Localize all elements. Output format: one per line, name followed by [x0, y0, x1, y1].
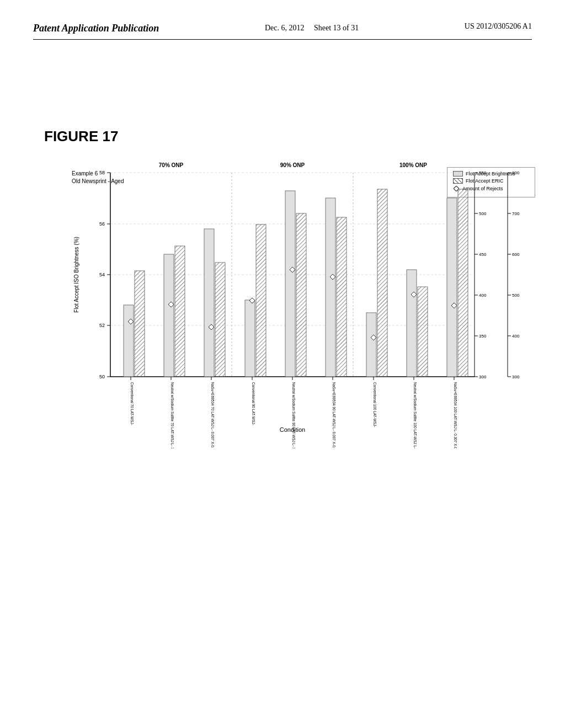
svg-text:Neutral w/Sodium Sulfite 100 L: Neutral w/Sodium Sulfite 100 LAT-WSJ L- … — [413, 382, 417, 448]
figure-title: FIGURE 17 — [44, 128, 532, 145]
svg-text:400: 400 — [479, 293, 487, 298]
svg-text:550: 550 — [479, 170, 487, 175]
svg-text:58: 58 — [99, 170, 105, 175]
bar-g2-eric — [175, 246, 185, 377]
svg-text:NaSu+E69534 100 LAT-WSJ L- 0.3: NaSu+E69534 100 LAT-WSJ L- 0.307 X-0.013 — [454, 382, 457, 448]
svg-text:400: 400 — [512, 334, 520, 339]
svg-text:300: 300 — [479, 374, 487, 379]
svg-text:600: 600 — [512, 252, 520, 257]
bar-g2-brightness — [164, 254, 174, 377]
header-date-sheet: Dec. 6, 2012 Sheet 13 of 31 — [265, 22, 359, 34]
svg-text:Conventional 70 LAT-WSJ-: Conventional 70 LAT-WSJ- — [130, 382, 134, 425]
svg-text:Conventional 90 LAT-WSJ-: Conventional 90 LAT-WSJ- — [252, 382, 255, 425]
svg-text:Neutral w/Sodium Sulfite 90 LA: Neutral w/Sodium Sulfite 90 LAT-WSJ L- X… — [292, 382, 296, 448]
svg-text:350: 350 — [479, 334, 487, 339]
svg-text:NaSu+E69534 90 LAT-WSJ L- 0.00: NaSu+E69534 90 LAT-WSJ L- 0.007 X-0.013 — [332, 382, 336, 448]
page-header: Patent Application Publication Dec. 6, 2… — [33, 22, 532, 40]
publication-title: Patent Application Publication — [33, 22, 159, 35]
svg-text:90% ONP: 90% ONP — [280, 162, 305, 168]
svg-text:Conventional 100 LAT-WSJ-: Conventional 100 LAT-WSJ- — [373, 382, 377, 427]
bar-g5-brightness — [285, 191, 295, 377]
svg-text:500: 500 — [512, 293, 520, 298]
bar-g7-eric — [377, 189, 387, 377]
publication-date: Dec. 6, 2012 — [265, 24, 305, 32]
svg-text:50: 50 — [99, 374, 105, 379]
svg-text:300: 300 — [512, 374, 520, 379]
bar-g4-eric — [256, 224, 266, 377]
bar-g6-brightness — [326, 198, 335, 377]
bar-g1-eric — [135, 271, 145, 377]
bar-g3-brightness — [204, 229, 214, 377]
svg-text:800: 800 — [512, 170, 520, 175]
bar-g8-eric — [418, 287, 428, 377]
bar-g3-eric — [215, 263, 225, 377]
chart-container: Flot Accept Brightness Flot Accept ERIC … — [66, 162, 541, 448]
bar-g9-eric — [458, 189, 468, 377]
bar-g4-brightness — [245, 300, 255, 377]
bar-g5-eric — [296, 213, 306, 377]
svg-text:500: 500 — [479, 211, 487, 216]
svg-text:Flot Accept ISO Brightness (%): Flot Accept ISO Brightness (%) — [73, 237, 79, 313]
bar-g1-brightness — [124, 305, 134, 377]
bar-g9-brightness — [447, 198, 457, 377]
svg-text:56: 56 — [99, 221, 105, 227]
bar-g6-eric — [337, 217, 347, 377]
page: Patent Application Publication Dec. 6, 2… — [0, 0, 565, 728]
bar-g7-brightness — [366, 313, 376, 377]
svg-text:70% ONP: 70% ONP — [159, 162, 184, 168]
svg-text:52: 52 — [99, 323, 105, 328]
patent-number: US 2012/0305206 A1 — [465, 22, 532, 31]
svg-text:450: 450 — [479, 252, 487, 257]
svg-text:700: 700 — [512, 211, 520, 216]
svg-text:NaSu+E69534 70 LAT-WSJ L- 0.00: NaSu+E69534 70 LAT-WSJ L- 0.007 X-0.013 — [211, 382, 215, 448]
bar-g8-brightness — [407, 270, 417, 377]
svg-text:Neutral w/Sodium Sulfite 70 LA: Neutral w/Sodium Sulfite 70 LAT-WSJ L- X… — [170, 382, 174, 448]
chart-svg: 50 52 54 56 58 Flot Accept ISO Brightnes… — [66, 162, 541, 448]
sheet-info: Sheet 13 of 31 — [314, 24, 359, 32]
svg-text:100% ONP: 100% ONP — [399, 162, 427, 168]
svg-text:54: 54 — [99, 272, 105, 277]
